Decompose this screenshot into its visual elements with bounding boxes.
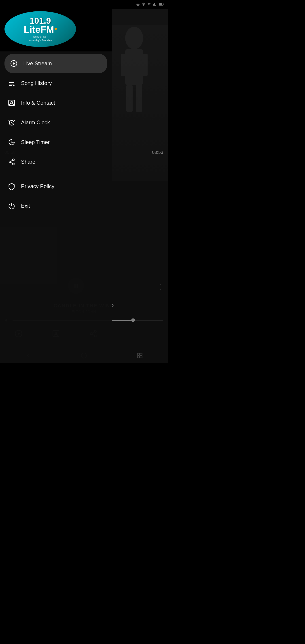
moon-icon <box>7 137 16 147</box>
menu-item-info-contact[interactable]: Info & Contact <box>0 93 112 113</box>
svg-marker-30 <box>13 85 15 86</box>
svg-point-38 <box>12 163 14 165</box>
logo-dot <box>54 28 57 30</box>
play-icon <box>9 58 19 68</box>
menu-item-live-stream[interactable]: Live Stream <box>4 54 107 73</box>
svg-line-40 <box>10 160 12 162</box>
svg-line-35 <box>12 123 12 124</box>
svg-line-39 <box>10 162 12 164</box>
shield-icon <box>7 181 16 191</box>
logo-tagline1: Today's Hits + <box>33 35 48 38</box>
menu-item-song-history[interactable]: Song History <box>0 73 112 93</box>
navigation-drawer: 101.9 LiteFM Today's Hits + Yesterday's … <box>0 0 112 363</box>
svg-point-37 <box>9 161 11 163</box>
alarm-icon <box>7 118 16 128</box>
share-icon <box>7 157 16 167</box>
svg-point-36 <box>12 159 14 161</box>
sleep-timer-label: Sleep Timer <box>21 139 50 145</box>
logo-tagline2: Yesterday's Favorites <box>28 39 52 42</box>
contact-icon <box>7 98 16 108</box>
share-label: Share <box>21 159 35 165</box>
menu-item-privacy-policy[interactable]: Privacy Policy <box>0 176 112 196</box>
menu-item-exit[interactable]: Exit <box>0 196 112 216</box>
drawer-menu: Live Stream Song History <box>0 52 112 363</box>
alarm-clock-label: Alarm Clock <box>21 120 50 126</box>
live-stream-label: Live Stream <box>23 60 52 67</box>
privacy-policy-label: Privacy Policy <box>21 183 54 190</box>
song-history-label: Song History <box>21 80 52 86</box>
menu-item-sleep-timer[interactable]: Sleep Timer <box>0 132 112 152</box>
logo-brand: LiteFM <box>24 25 56 34</box>
exit-label: Exit <box>21 203 30 209</box>
info-contact-label: Info & Contact <box>21 100 55 106</box>
svg-marker-25 <box>13 62 15 65</box>
menu-divider <box>7 174 105 174</box>
power-icon <box>7 201 16 211</box>
drawer-logo-area: 101.9 LiteFM Today's Hits + Yesterday's … <box>0 0 112 52</box>
logo-number: 101.9 <box>30 16 51 25</box>
menu-item-alarm-clock[interactable]: Alarm Clock <box>0 113 112 132</box>
menu-item-share[interactable]: Share <box>0 152 112 172</box>
station-logo: 101.9 LiteFM Today's Hits + Yesterday's … <box>4 11 76 47</box>
list-icon <box>7 78 16 88</box>
